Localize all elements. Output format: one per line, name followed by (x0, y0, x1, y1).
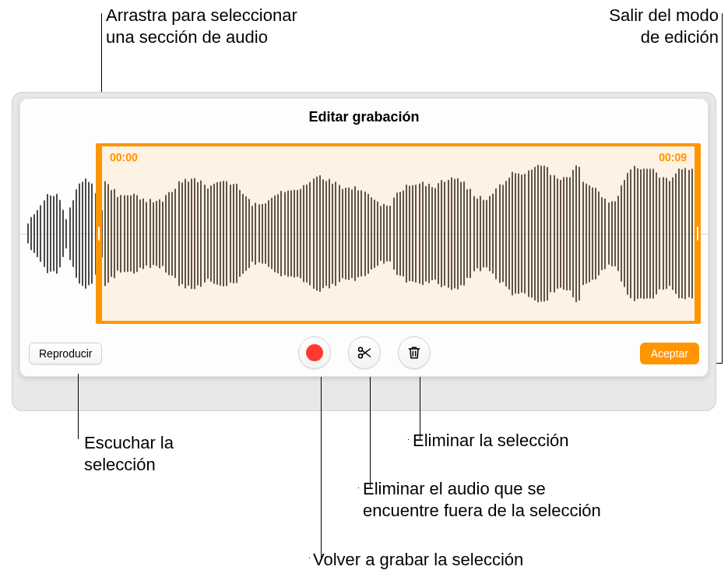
editor-toolbar: Reproducir (19, 332, 709, 369)
waveform-bar (37, 210, 38, 258)
waveform-bar (85, 178, 86, 289)
selection-handles[interactable]: 00:00 00:09 (96, 143, 701, 324)
callout-rerecord: Volver a grabar la selección (313, 549, 523, 571)
waveform-bar (79, 183, 80, 283)
waveform-bar (50, 195, 51, 272)
selection-handle-right[interactable] (697, 227, 698, 241)
waveform-bar (30, 217, 32, 251)
callout-line (321, 377, 322, 558)
callout-line (420, 377, 420, 439)
callout-drag-select: Arrastra para seleccionar una sección de… (106, 5, 297, 47)
callout-line (408, 439, 409, 440)
waveform-bar (69, 207, 71, 260)
callout-line (370, 377, 371, 487)
waveform-bar (27, 223, 29, 244)
waveform-bar (88, 181, 90, 285)
trash-icon (406, 345, 422, 361)
waveform-bar (47, 194, 48, 273)
callout-line (358, 487, 359, 488)
callout-delete-selection: Eliminar la selección (413, 430, 569, 452)
waveform-bar (91, 183, 93, 283)
center-button-group (298, 336, 431, 369)
waveform-bar (72, 200, 74, 267)
waveform-bar (76, 189, 77, 278)
waveform-bar (56, 194, 58, 274)
accept-button[interactable]: Aceptar (640, 343, 699, 364)
delete-button[interactable] (398, 336, 431, 369)
waveform-bar (62, 209, 64, 257)
selection-time-start: 00:00 (110, 151, 138, 164)
record-icon (306, 344, 323, 361)
waveform-bar (53, 196, 55, 272)
callout-line (78, 374, 79, 439)
record-button[interactable] (298, 336, 331, 369)
waveform-bar (40, 205, 41, 262)
panel-title: Editar grabación (19, 109, 709, 125)
waveform-bar (33, 214, 35, 253)
waveform-bar (65, 219, 67, 248)
callout-exit-edit: Salir del modo de edición (609, 5, 719, 47)
waveform-area[interactable]: 00:00 00:09 (19, 143, 709, 324)
callout-line (722, 13, 723, 363)
play-button[interactable]: Reproducir (29, 343, 102, 364)
scissors-icon (357, 345, 372, 361)
callout-line (309, 558, 310, 558)
selection-time-end: 00:09 (659, 151, 687, 164)
trim-button[interactable] (348, 336, 381, 369)
callout-trim-outside: Eliminar el audio que se encuentre fuera… (363, 478, 601, 521)
callout-listen-selection: Escuchar la selección (84, 432, 174, 475)
selection-handle-left[interactable] (98, 227, 100, 241)
waveform-bar (82, 181, 83, 286)
waveform-bar (44, 200, 45, 267)
waveform-bar (59, 199, 61, 267)
edit-recording-panel: Editar grabación 00:00 00:09 Reproducir (19, 98, 709, 377)
